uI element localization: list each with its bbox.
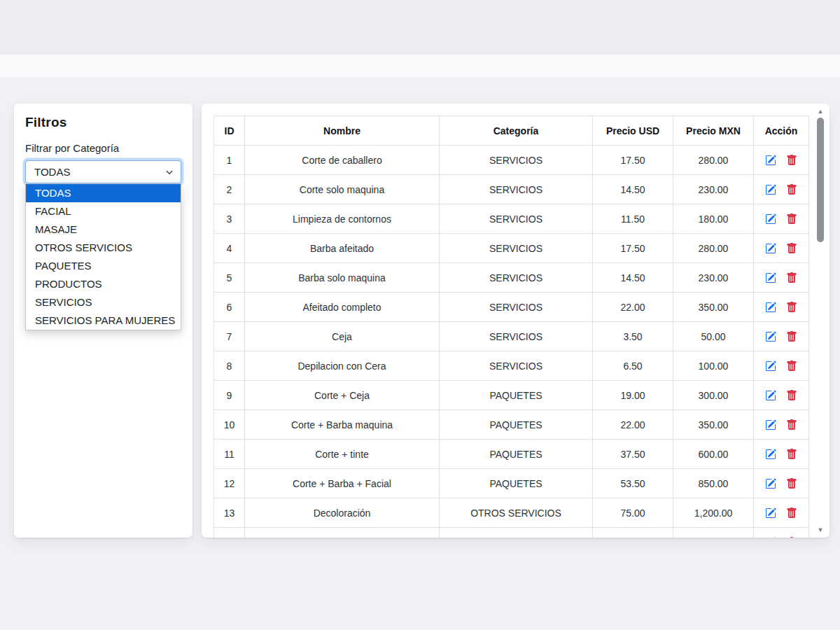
cell-id: 3 bbox=[214, 204, 245, 234]
cell-precio-mxn: 350.00 bbox=[673, 293, 754, 322]
edit-button[interactable] bbox=[765, 507, 776, 519]
table-header-row: IDNombreCategoríaPrecio USDPrecio MXNAcc… bbox=[214, 116, 809, 146]
cell-categoria: PAQUETES bbox=[440, 469, 593, 498]
delete-button[interactable] bbox=[786, 419, 797, 430]
edit-button[interactable] bbox=[765, 243, 776, 254]
cell-id: 11 bbox=[214, 440, 245, 469]
cell-accion bbox=[754, 469, 809, 498]
cell-id: 9 bbox=[214, 381, 245, 410]
category-option[interactable]: PRODUCTOS bbox=[26, 275, 181, 293]
cell-precio-mxn: 300.00 bbox=[673, 381, 754, 410]
cell-nombre: Limpieza de contornos bbox=[245, 204, 440, 234]
cell-nombre: Corte de caballero bbox=[245, 146, 440, 175]
cell-categoria: SERVICIOS bbox=[440, 351, 593, 381]
cell-precio-usd: 14.50 bbox=[593, 175, 673, 204]
category-select[interactable]: TODAS bbox=[25, 160, 181, 183]
cell-precio-usd: 22.00 bbox=[593, 410, 673, 440]
delete-button[interactable] bbox=[786, 537, 797, 538]
category-option[interactable]: MASAJE bbox=[26, 220, 181, 239]
cell-precio-mxn: 350.00 bbox=[673, 528, 754, 538]
scroll-down-arrow[interactable]: ▼ bbox=[815, 525, 826, 535]
delete-button[interactable] bbox=[786, 184, 797, 195]
cell-nombre: Corte + Barba + Facial bbox=[245, 469, 440, 498]
table-row: 7 Ceja SERVICIOS 3.50 50.00 bbox=[214, 322, 809, 351]
delete-button[interactable] bbox=[786, 155, 797, 166]
cell-accion bbox=[754, 175, 809, 204]
cell-id: 5 bbox=[214, 263, 245, 293]
edit-button[interactable] bbox=[765, 155, 776, 166]
cell-nombre: Barba solo maquina bbox=[245, 263, 440, 293]
cell-categoria: OTROS SERVICIOS bbox=[440, 498, 593, 528]
column-header: Categoría bbox=[440, 116, 593, 146]
pencil-square-icon bbox=[765, 304, 776, 315]
cell-precio-mxn: 280.00 bbox=[673, 146, 754, 175]
edit-button[interactable] bbox=[765, 419, 776, 430]
cell-accion bbox=[754, 381, 809, 410]
category-filter-label: Filtrar por Categoría bbox=[25, 142, 181, 154]
cell-precio-mxn: 230.00 bbox=[673, 263, 754, 293]
scroll-up-arrow[interactable]: ▲ bbox=[815, 106, 826, 116]
category-option[interactable]: TODAS bbox=[26, 184, 181, 202]
category-option[interactable]: FACIAL bbox=[26, 202, 181, 220]
pencil-square-icon bbox=[765, 216, 776, 227]
edit-button[interactable] bbox=[765, 478, 776, 489]
edit-button[interactable] bbox=[765, 184, 776, 195]
edit-button[interactable] bbox=[765, 390, 776, 401]
delete-button[interactable] bbox=[786, 243, 797, 254]
trash-icon bbox=[786, 422, 797, 433]
trash-icon bbox=[786, 216, 797, 227]
pencil-square-icon bbox=[765, 393, 776, 403]
cell-precio-usd: 37.50 bbox=[593, 440, 673, 469]
cell-accion bbox=[754, 263, 809, 293]
edit-button[interactable] bbox=[765, 272, 776, 284]
delete-button[interactable] bbox=[786, 449, 797, 460]
delete-button[interactable] bbox=[786, 302, 797, 313]
edit-button[interactable] bbox=[765, 302, 776, 313]
table-row: 11 Corte + tinte PAQUETES 37.50 600.00 bbox=[214, 440, 809, 469]
scrollbar-thumb[interactable] bbox=[817, 118, 824, 242]
pencil-square-icon bbox=[765, 481, 776, 491]
pencil-square-icon bbox=[765, 158, 776, 168]
cell-precio-usd: 3.50 bbox=[593, 322, 673, 351]
category-option[interactable]: OTROS SERVICIOS bbox=[26, 239, 181, 257]
delete-button[interactable] bbox=[786, 360, 797, 372]
delete-button[interactable] bbox=[786, 390, 797, 401]
trash-icon bbox=[786, 393, 797, 403]
cell-precio-mxn: 850.00 bbox=[673, 469, 754, 498]
cell-precio-mxn: 180.00 bbox=[673, 204, 754, 234]
category-option[interactable]: PAQUETES bbox=[26, 257, 181, 275]
pencil-square-icon bbox=[765, 275, 776, 286]
delete-button[interactable] bbox=[786, 214, 797, 225]
edit-button[interactable] bbox=[765, 331, 776, 342]
cell-categoria: SERVICIOS bbox=[440, 234, 593, 263]
edit-button[interactable] bbox=[765, 449, 776, 460]
trash-icon bbox=[786, 304, 797, 315]
trash-icon bbox=[786, 275, 797, 286]
services-table-card: IDNombreCategoríaPrecio USDPrecio MXNAcc… bbox=[202, 104, 830, 538]
delete-button[interactable] bbox=[786, 331, 797, 342]
cell-precio-usd: 19.00 bbox=[593, 381, 673, 410]
category-option[interactable]: SERVICIOS bbox=[26, 293, 181, 312]
delete-button[interactable] bbox=[786, 478, 797, 489]
cell-accion bbox=[754, 410, 809, 440]
trash-icon bbox=[786, 481, 797, 491]
edit-button[interactable] bbox=[765, 360, 776, 372]
edit-button[interactable] bbox=[765, 214, 776, 225]
category-option[interactable]: SERVICIOS PARA MUJERES bbox=[26, 312, 181, 330]
table-row: 12 Corte + Barba + Facial PAQUETES 53.50… bbox=[214, 469, 809, 498]
cell-nombre: Decoloración bbox=[245, 498, 440, 528]
cell-categoria: PAQUETES bbox=[440, 381, 593, 410]
cell-precio-usd: 11.50 bbox=[593, 204, 673, 234]
trash-icon bbox=[786, 510, 797, 521]
table-row: 10 Corte + Barba maquina PAQUETES 22.00 … bbox=[214, 410, 809, 440]
cell-categoria: SERVICIOS bbox=[440, 263, 593, 293]
table-row: 5 Barba solo maquina SERVICIOS 14.50 230… bbox=[214, 263, 809, 293]
delete-button[interactable] bbox=[786, 272, 797, 284]
table-scrollbar[interactable]: ▲ ▼ bbox=[815, 106, 826, 535]
delete-button[interactable] bbox=[786, 507, 797, 519]
edit-button[interactable] bbox=[765, 537, 776, 538]
cell-precio-mxn: 350.00 bbox=[673, 410, 754, 440]
pencil-square-icon bbox=[765, 334, 776, 344]
cell-id: 4 bbox=[214, 234, 245, 263]
cell-precio-usd: 75.00 bbox=[593, 498, 673, 528]
